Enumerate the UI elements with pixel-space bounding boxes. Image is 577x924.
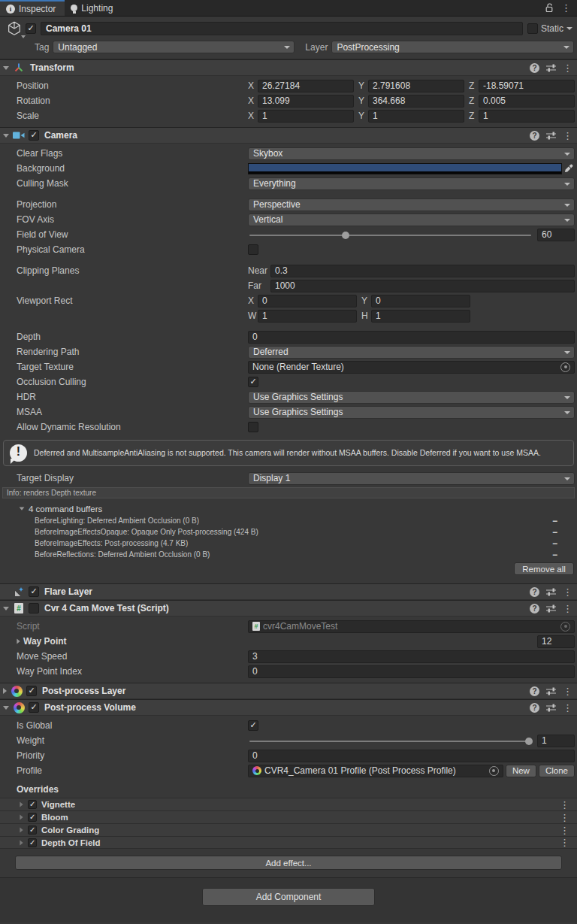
move-speed-field[interactable]: 3 xyxy=(248,650,575,663)
transform-help-icon[interactable] xyxy=(530,63,539,73)
pp-layer-enabled-checkbox[interactable] xyxy=(26,686,37,696)
depth-field[interactable]: 0 xyxy=(248,331,575,344)
color-grading-enabled-checkbox[interactable] xyxy=(28,826,37,835)
command-buffers-foldout[interactable]: 4 command buffers xyxy=(0,502,577,515)
occlusion-culling-checkbox[interactable] xyxy=(248,377,258,387)
clear-flags-dropdown[interactable]: Skybox xyxy=(248,147,575,160)
near-field[interactable]: 0.3 xyxy=(270,265,575,277)
weight-slider-thumb[interactable] xyxy=(525,738,533,745)
script-field[interactable]: cvr4CamMoveTest xyxy=(248,620,575,633)
lock-icon[interactable] xyxy=(545,3,554,13)
override-row-color-grading[interactable]: Color Grading xyxy=(0,823,577,836)
viewport-h-field[interactable]: 1 xyxy=(371,310,470,323)
add-effect-button[interactable]: Add effect... xyxy=(15,856,562,870)
weight-field[interactable]: 1 xyxy=(537,735,575,747)
layer-dropdown[interactable]: PostProcessing xyxy=(331,41,574,53)
pp-volume-help-icon[interactable] xyxy=(530,703,539,713)
way-point-size-field[interactable]: 12 xyxy=(537,635,575,648)
far-field[interactable]: 1000 xyxy=(270,280,575,292)
tab-inspector[interactable]: Inspector xyxy=(0,0,65,16)
field-of-view-field[interactable]: 60 xyxy=(537,229,575,241)
add-component-button[interactable]: Add Component xyxy=(202,888,375,906)
move-script-foldout-icon[interactable] xyxy=(3,607,9,610)
scale-x-field[interactable]: 1 xyxy=(258,110,354,123)
pp-layer-help-icon[interactable] xyxy=(530,686,539,696)
remove-buffer-button[interactable] xyxy=(552,539,557,548)
static-dropdown[interactable]: Static xyxy=(527,23,574,34)
position-z-field[interactable]: -18.59071 xyxy=(479,80,575,92)
vignette-kebab-menu-icon[interactable] xyxy=(560,800,569,810)
scale-y-field[interactable]: 1 xyxy=(368,110,464,123)
static-checkbox[interactable] xyxy=(527,23,538,34)
culling-mask-dropdown[interactable]: Everything xyxy=(248,177,575,190)
remove-buffer-button[interactable] xyxy=(552,528,557,537)
depth-of-field-kebab-menu-icon[interactable] xyxy=(560,838,569,847)
profile-clone-button[interactable]: Clone xyxy=(539,765,575,777)
transform-kebab-menu-icon[interactable] xyxy=(563,63,572,73)
scale-z-field[interactable]: 1 xyxy=(479,110,575,123)
remove-buffer-button[interactable] xyxy=(552,517,557,526)
field-of-view-slider[interactable] xyxy=(248,229,533,241)
camera-help-icon[interactable] xyxy=(530,131,539,141)
physical-camera-checkbox[interactable] xyxy=(248,244,258,255)
move-script-presets-icon[interactable] xyxy=(546,604,556,613)
profile-object-picker-icon[interactable] xyxy=(489,766,499,776)
override-row-vignette[interactable]: Vignette xyxy=(0,798,577,810)
override-row-bloom[interactable]: Bloom xyxy=(0,810,577,823)
gameobject-name-field[interactable]: Camera 01 xyxy=(41,22,523,35)
pp-layer-presets-icon[interactable] xyxy=(546,687,556,695)
target-texture-object-picker-icon[interactable] xyxy=(560,362,570,372)
pp-layer-kebab-menu-icon[interactable] xyxy=(563,686,572,696)
target-display-dropdown[interactable]: Display 1 xyxy=(248,472,575,485)
allow-dynamic-resolution-checkbox[interactable] xyxy=(248,422,258,432)
rotation-y-field[interactable]: 364.668 xyxy=(368,95,464,108)
color-grading-foldout-icon[interactable] xyxy=(20,828,23,833)
background-color-swatch[interactable] xyxy=(248,163,562,174)
field-of-view-slider-thumb[interactable] xyxy=(342,232,349,239)
hdr-dropdown[interactable]: Use Graphics Settings xyxy=(248,391,575,404)
bloom-enabled-checkbox[interactable] xyxy=(28,813,37,822)
way-point-foldout-icon[interactable] xyxy=(17,639,20,644)
rendering-path-dropdown[interactable]: Deferred xyxy=(248,346,575,359)
rotation-z-field[interactable]: 0.005 xyxy=(479,95,575,108)
depth-of-field-foldout-icon[interactable] xyxy=(20,840,23,845)
projection-dropdown[interactable]: Perspective xyxy=(248,198,575,211)
pp-volume-enabled-checkbox[interactable] xyxy=(29,702,39,713)
pp-volume-kebab-menu-icon[interactable] xyxy=(563,703,572,713)
eyedropper-icon[interactable] xyxy=(562,163,575,174)
rotation-x-field[interactable]: 13.099 xyxy=(258,95,354,108)
target-texture-field[interactable]: None (Render Texture) xyxy=(248,361,575,374)
pp-volume-presets-icon[interactable] xyxy=(546,704,556,712)
way-point-index-field[interactable]: 0 xyxy=(248,665,575,678)
remove-all-button[interactable]: Remove all xyxy=(514,562,574,575)
fov-axis-dropdown[interactable]: Vertical xyxy=(248,214,575,226)
viewport-y-field[interactable]: 0 xyxy=(371,295,470,307)
flare-layer-presets-icon[interactable] xyxy=(546,588,556,596)
camera-enabled-checkbox[interactable] xyxy=(29,130,39,141)
tag-dropdown[interactable]: Untagged xyxy=(53,41,295,53)
gameobject-cube-icon[interactable] xyxy=(3,20,26,37)
gameobject-active-checkbox[interactable] xyxy=(26,23,36,34)
flare-layer-kebab-menu-icon[interactable] xyxy=(563,587,572,597)
bloom-foldout-icon[interactable] xyxy=(20,815,23,820)
pp-layer-foldout-icon[interactable] xyxy=(3,688,7,694)
tabbar-kebab-menu-icon[interactable] xyxy=(561,3,571,13)
position-y-field[interactable]: 2.791608 xyxy=(368,80,464,92)
transform-foldout-icon[interactable] xyxy=(3,66,9,70)
override-row-depth-of-field[interactable]: Depth Of Field xyxy=(0,836,577,849)
profile-field[interactable]: CVR4_Camera 01 Profile (Post Process Pro… xyxy=(248,765,503,777)
bloom-kebab-menu-icon[interactable] xyxy=(560,813,569,823)
priority-field[interactable]: 0 xyxy=(248,750,575,762)
camera-foldout-icon[interactable] xyxy=(3,134,9,138)
is-global-checkbox[interactable] xyxy=(248,720,258,731)
flare-layer-help-icon[interactable] xyxy=(530,587,539,597)
transform-presets-icon[interactable] xyxy=(546,64,556,72)
pp-volume-foldout-icon[interactable] xyxy=(3,706,9,710)
script-object-picker-icon[interactable] xyxy=(560,622,570,632)
vignette-foldout-icon[interactable] xyxy=(20,802,23,807)
depth-of-field-enabled-checkbox[interactable] xyxy=(28,838,37,847)
viewport-w-field[interactable]: 1 xyxy=(258,310,357,323)
move-script-enabled-checkbox[interactable] xyxy=(29,603,39,613)
profile-new-button[interactable]: New xyxy=(506,765,536,777)
viewport-x-field[interactable]: 0 xyxy=(258,295,357,307)
